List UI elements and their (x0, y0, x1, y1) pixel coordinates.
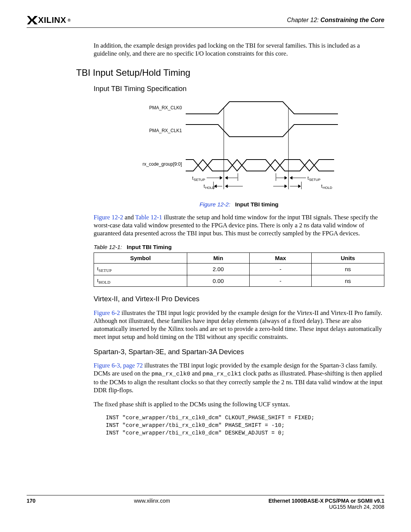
footer-url[interactable]: www.xilinx.com (134, 498, 170, 510)
spartan-paragraph-1: Figure 6-3, page 72 illustrates the TBI … (94, 361, 384, 394)
figure-caption: Figure 12-2: Input TBI timing (94, 201, 384, 208)
section-heading: TBI Input Setup/Hold Timing (76, 67, 384, 78)
table-row: tHOLD 0.00 - ns (94, 275, 384, 287)
col-units: Units (312, 252, 384, 263)
thold-sub-right: HOLD (323, 186, 333, 190)
footer-doc: Ethernet 1000BASE-X PCS/PMA or SGMII v9.… (269, 498, 384, 510)
subsection-input-spec: Input TBI Timing Specification (94, 84, 384, 93)
paragraph-after-figure: Figure 12-2 and Table 12-1 illustrate th… (94, 213, 384, 237)
virtex-paragraph: Figure 6-2 illustrates the TBI input log… (94, 309, 384, 341)
intro-paragraph: In addition, the example design provides… (94, 42, 384, 58)
table-number: Table 12-1: (94, 244, 122, 250)
table-link[interactable]: Table 12-1 (135, 214, 162, 221)
timing-diagram: PMA_RX_CLK0 PMA_RX_CLK1 rx_code_group[9:… (132, 99, 346, 198)
virtex-figure-link[interactable]: Figure 6-2 (94, 309, 120, 316)
footer-doc-title: Ethernet 1000BASE-X PCS/PMA or SGMII v9.… (269, 498, 384, 504)
page-number: 170 (27, 498, 35, 510)
diagram-label-clk0: PMA_RX_CLK0 (149, 105, 182, 110)
logo-text: XILINX (38, 15, 66, 25)
figure-title: Input TBI timing (235, 201, 279, 208)
footer-doc-sub: UG155 March 24, 2008 (269, 504, 384, 510)
table-caption: Table 12-1: Input TBI Timing (94, 243, 384, 251)
chapter-reference: Chapter 12: Constraining the Core (287, 17, 384, 24)
table-header-row: Symbol Min Max Units (94, 252, 384, 263)
subsection-virtex: Virtex-II, and Virtex-II Pro Devices (94, 294, 384, 304)
xilinx-logo: XILINX ® (27, 15, 71, 25)
tsetup-sub-left: SETUP (194, 178, 205, 182)
diagram-label-clk1: PMA_RX_CLK1 (149, 128, 182, 133)
timing-table: Symbol Min Max Units tSETUP 2.00 - ns tH… (94, 252, 384, 287)
figure-link[interactable]: Figure 12-2 (94, 214, 123, 221)
figure-number: Figure 12-2: (199, 201, 230, 208)
spartan-figure-link[interactable]: Figure 6-3, page 72 (94, 362, 143, 369)
spartan-paragraph-2: The fixed phase shift is applied to the … (94, 400, 384, 408)
chapter-title: Constraining the Core (320, 17, 384, 23)
table-title: Input TBI Timing (127, 244, 172, 250)
xilinx-logo-icon (27, 16, 38, 25)
page-header: XILINX ® Chapter 12: Constraining the Co… (27, 15, 384, 28)
subsection-spartan: Spartan-3, Spartan-3E, and Spartan-3A De… (94, 347, 384, 356)
col-symbol: Symbol (94, 252, 187, 263)
col-max: Max (249, 252, 312, 263)
col-min: Min (187, 252, 250, 263)
ucf-code-block: INST "core_wrapper/tbi_rx_clk0_dcm" CLKO… (106, 414, 384, 437)
chapter-label: Chapter 12: (287, 17, 319, 23)
logo-registered: ® (68, 18, 71, 22)
diagram-label-data: rx_code_group[9:0] (143, 161, 182, 167)
thold-sub-left: HOLD (205, 186, 215, 190)
table-row: tSETUP 2.00 - ns (94, 263, 384, 275)
page-footer: 170 www.xilinx.com Ethernet 1000BASE-X P… (27, 495, 384, 510)
tsetup-sub-right: SETUP (309, 178, 320, 182)
